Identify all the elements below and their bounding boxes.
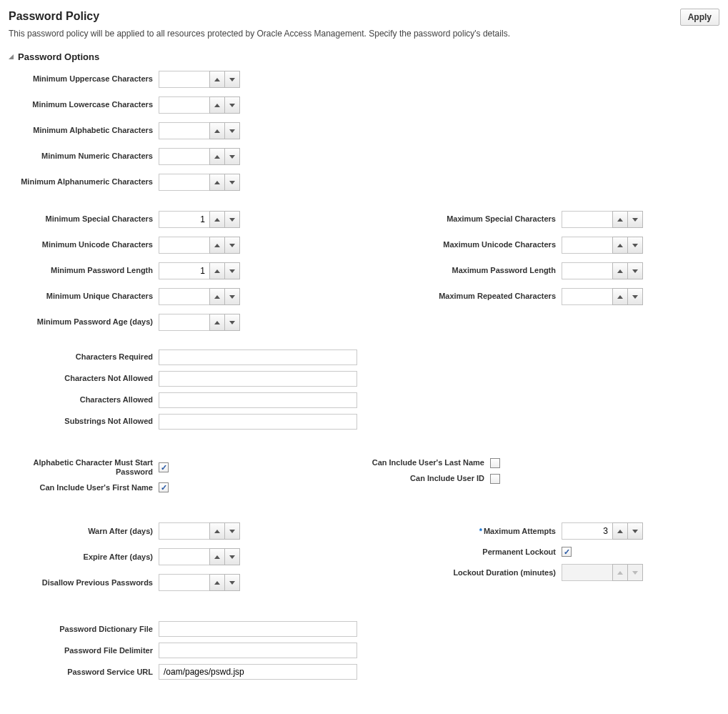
warn-after-input[interactable] (159, 522, 210, 540)
chevron-up-icon[interactable] (612, 211, 628, 228)
can-include-first-name-checkbox[interactable] (159, 482, 169, 492)
min-age-input[interactable] (159, 314, 210, 331)
min-alpha-input[interactable] (159, 122, 210, 139)
chevron-up-icon[interactable] (209, 211, 225, 228)
chevron-down-icon[interactable] (224, 262, 240, 279)
chevron-down-icon[interactable] (224, 314, 240, 331)
chevron-down-icon[interactable] (224, 122, 240, 139)
chevron-up-icon[interactable] (209, 288, 225, 305)
chevron-up-icon[interactable] (209, 237, 225, 254)
max-length-input[interactable] (562, 262, 613, 279)
spinner-max-length[interactable] (562, 262, 643, 279)
spinner-min-unique[interactable] (159, 288, 240, 305)
section-password-options[interactable]: Password Options (9, 51, 719, 62)
chars-allowed-input[interactable] (159, 392, 357, 408)
permanent-lockout-checkbox[interactable] (562, 547, 572, 557)
chevron-down-icon[interactable] (627, 288, 643, 305)
min-alnum-input[interactable] (159, 174, 210, 191)
can-include-last-name-checkbox[interactable] (490, 458, 500, 468)
label-can-include-last-name: Can Include User's Last Name (276, 458, 490, 467)
chevron-down-icon[interactable] (224, 288, 240, 305)
chevron-down-icon[interactable] (224, 237, 240, 254)
chevron-down-icon[interactable] (224, 148, 240, 165)
chevron-up-icon[interactable] (612, 262, 628, 279)
chevron-up-icon[interactable] (209, 548, 225, 565)
chevron-down-icon[interactable] (224, 96, 240, 114)
spinner-warn-after[interactable] (159, 522, 240, 540)
spinner-min-numeric[interactable] (159, 148, 240, 165)
chevron-down-icon[interactable] (627, 237, 643, 254)
spinner-max-unicode[interactable] (562, 237, 643, 254)
label-can-include-first-name: Can Include User's First Name (9, 483, 159, 492)
min-special-input[interactable] (159, 211, 210, 228)
label-min-uppercase: Minimum Uppercase Characters (9, 74, 159, 84)
chevron-up-icon[interactable] (612, 522, 628, 540)
chevron-up-icon[interactable] (209, 174, 225, 191)
spinner-min-alnum[interactable] (159, 174, 240, 191)
chevron-up-icon[interactable] (612, 237, 628, 254)
chevron-down-icon[interactable] (627, 522, 643, 540)
spinner-disallow-previous[interactable] (159, 574, 240, 591)
max-unicode-input[interactable] (562, 237, 613, 254)
service-url-input[interactable] (159, 664, 357, 680)
chevron-up-icon[interactable] (209, 148, 225, 165)
spinner-max-repeated[interactable] (562, 288, 643, 305)
alpha-must-start-checkbox[interactable] (159, 462, 169, 472)
spinner-min-age[interactable] (159, 314, 240, 331)
spinner-min-unicode[interactable] (159, 237, 240, 254)
can-include-user-id-checkbox[interactable] (490, 474, 500, 484)
spinner-min-length[interactable] (159, 262, 240, 279)
substrings-not-allowed-input[interactable] (159, 414, 357, 430)
spinner-min-special[interactable] (159, 211, 240, 228)
label-substrings-not-allowed: Substrings Not Allowed (9, 417, 159, 426)
chevron-up-icon[interactable] (209, 262, 225, 279)
max-repeated-input[interactable] (562, 288, 613, 305)
chevron-up-icon[interactable] (612, 288, 628, 305)
chevron-down-icon[interactable] (224, 211, 240, 228)
chevron-up-icon[interactable] (209, 522, 225, 540)
chevron-up-icon[interactable] (209, 96, 225, 114)
spinner-min-uppercase[interactable] (159, 71, 240, 88)
min-length-input[interactable] (159, 262, 210, 279)
chevron-down-icon[interactable] (224, 522, 240, 540)
label-chars-required: Characters Required (9, 352, 159, 362)
apply-button[interactable]: Apply (680, 9, 719, 26)
spinner-min-lowercase[interactable] (159, 96, 240, 114)
chevron-down-icon[interactable] (627, 211, 643, 228)
label-lockout-duration: Lockout Duration (minutes) (347, 568, 562, 577)
spinner-min-alpha[interactable] (159, 122, 240, 139)
chevron-down-icon[interactable] (224, 71, 240, 88)
chevron-up-icon[interactable] (209, 122, 225, 139)
label-min-length: Minimum Password Length (9, 266, 159, 275)
expire-after-input[interactable] (159, 548, 210, 565)
max-attempts-input[interactable] (562, 522, 613, 540)
label-min-numeric: Minimum Numeric Characters (9, 152, 159, 161)
max-special-input[interactable] (562, 211, 613, 228)
page-title: Password Policy (9, 10, 99, 23)
label-max-unicode: Maximum Unicode Characters (347, 240, 562, 249)
spinner-max-attempts[interactable] (562, 522, 643, 540)
min-unique-input[interactable] (159, 288, 210, 305)
min-unicode-input[interactable] (159, 237, 210, 254)
label-chars-allowed: Characters Allowed (9, 395, 159, 405)
label-warn-after: Warn After (days) (9, 527, 159, 536)
disallow-previous-input[interactable] (159, 574, 210, 591)
min-uppercase-input[interactable] (159, 71, 210, 88)
min-lowercase-input[interactable] (159, 96, 210, 114)
chevron-down-icon[interactable] (627, 262, 643, 279)
dictionary-file-input[interactable] (159, 621, 357, 637)
chevron-up-icon[interactable] (209, 71, 225, 88)
chevron-up-icon[interactable] (209, 314, 225, 331)
label-min-unique: Minimum Unique Characters (9, 292, 159, 301)
chevron-up-icon[interactable] (209, 574, 225, 591)
chevron-down-icon[interactable] (224, 548, 240, 565)
spinner-max-special[interactable] (562, 211, 643, 228)
chevron-down-icon[interactable] (224, 174, 240, 191)
chars-required-input[interactable] (159, 349, 357, 365)
chevron-down-icon[interactable] (224, 574, 240, 591)
file-delimiter-input[interactable] (159, 643, 357, 658)
spinner-expire-after[interactable] (159, 548, 240, 565)
label-can-include-user-id: Can Include User ID (276, 474, 490, 483)
min-numeric-input[interactable] (159, 148, 210, 165)
chars-not-allowed-input[interactable] (159, 371, 357, 387)
